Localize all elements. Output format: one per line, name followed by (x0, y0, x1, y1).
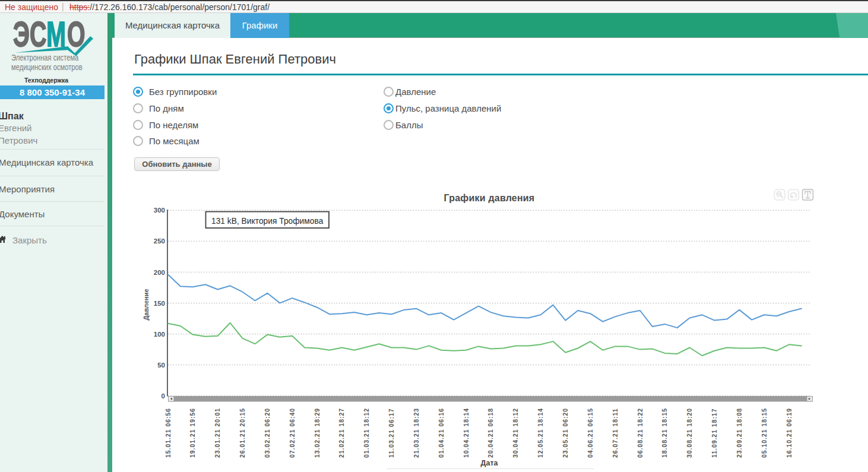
svg-text:ЭС: ЭС (13, 14, 46, 54)
svg-text:Электронная система: Электронная система (11, 53, 79, 62)
svg-text:медицинских осмотров: медицинских осмотров (11, 63, 83, 72)
